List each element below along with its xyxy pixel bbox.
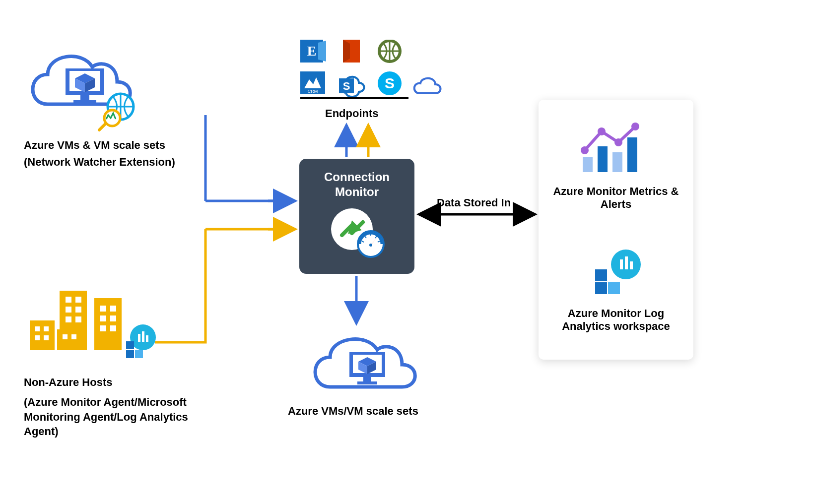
svg-rect-67	[583, 157, 593, 172]
svg-point-73	[614, 138, 622, 146]
log-analytics-icon	[586, 250, 646, 299]
svg-point-71	[581, 146, 589, 154]
svg-rect-81	[608, 282, 620, 294]
data-stored-in-label: Data Stored In	[437, 195, 511, 210]
svg-rect-68	[598, 146, 608, 172]
right-storage-panel: Azure Monitor Metrics & Alerts Azure Mon…	[539, 100, 693, 360]
log-title: Azure Monitor Log Analytics workspace	[550, 307, 681, 333]
svg-rect-70	[627, 137, 637, 172]
metrics-chart-icon	[579, 123, 653, 177]
svg-rect-79	[595, 269, 607, 281]
svg-point-72	[598, 127, 606, 135]
svg-rect-69	[612, 152, 622, 172]
svg-rect-77	[625, 256, 628, 269]
svg-point-74	[631, 123, 639, 130]
svg-rect-78	[630, 261, 633, 269]
svg-rect-80	[595, 282, 607, 294]
metrics-title: Azure Monitor Metrics & Alerts	[550, 185, 681, 211]
svg-rect-76	[620, 259, 623, 269]
